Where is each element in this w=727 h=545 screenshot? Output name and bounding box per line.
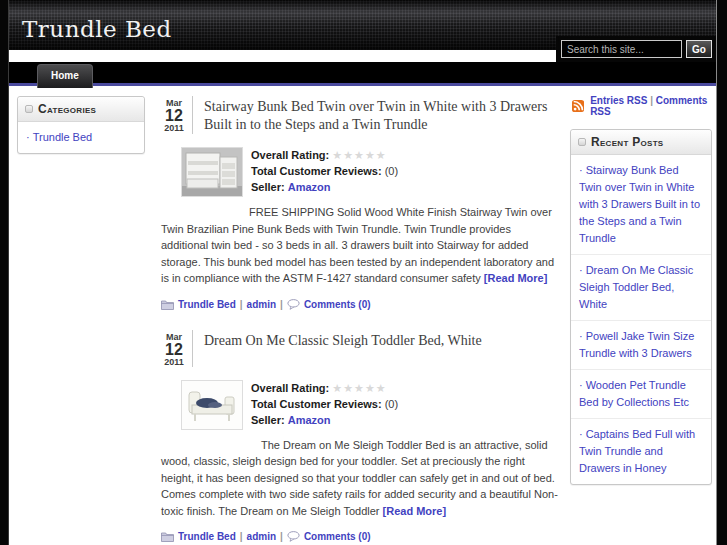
post-footer: Trundle Bed|admin | Comments (0) — [161, 531, 560, 542]
post-thumbnail-sleigh-bed[interactable] — [181, 380, 243, 430]
seller-amazon-link[interactable]: Amazon — [288, 414, 331, 426]
post-thumbnail-bunk-bed[interactable] — [181, 147, 243, 197]
post-comments-link[interactable]: Comments (0) — [304, 531, 371, 542]
recent-post-link-2[interactable]: ·Dream On Me Classic Sleigh Toddler Bed,… — [571, 254, 711, 320]
post-title-link[interactable]: Dream On Me Classic Sleigh Toddler Bed, … — [204, 330, 482, 367]
main-nav: Home — [9, 62, 716, 86]
categories-header: Categories — [18, 97, 144, 122]
search-input[interactable] — [561, 40, 682, 58]
categories-box: Categories ·Trundle Bed — [17, 96, 145, 154]
post-excerpt: The Dream on Me Sleigh Toddler Bed is an… — [161, 437, 560, 520]
recent-post-link-3[interactable]: ·Powell Jake Twin Size Trundle with 3 Dr… — [571, 320, 711, 369]
site-header: Trundle Bed Go — [9, 0, 716, 50]
rating-stars-icon: ★★★★★ — [332, 382, 386, 394]
recent-post-link-4[interactable]: ·Wooden Pet Trundle Bed by Collections E… — [571, 369, 711, 418]
recent-posts-title: Recent Posts — [591, 135, 664, 149]
read-more-link[interactable]: [Read More] — [383, 505, 447, 517]
categories-title: Categories — [38, 102, 96, 116]
page-frame: Trundle Bed Go Home Categories ·Trundle … — [8, 0, 717, 545]
sleigh-bed-image — [182, 381, 242, 429]
post-author-link[interactable]: admin — [247, 299, 276, 310]
rss-links-row: Entries RSS | Comments RSS — [572, 95, 712, 117]
post-date: Mar 12 2011 — [161, 330, 193, 367]
folder-icon — [161, 299, 174, 310]
folder-icon — [161, 531, 174, 542]
post-meta-lines: Overall Rating: ★★★★★ Total Customer Rev… — [251, 147, 398, 197]
post-1: Mar 12 2011 Stairway Bunk Bed Twin over … — [161, 96, 560, 310]
recent-posts-header: Recent Posts — [571, 130, 711, 155]
right-sidebar: Entries RSS | Comments RSS Recent Posts … — [566, 86, 716, 545]
post-2: Mar 12 2011 Dream On Me Classic Sleigh T… — [161, 330, 560, 543]
rss-icon[interactable] — [572, 99, 584, 113]
post-title-link[interactable]: Stairway Bunk Bed Twin over Twin in Whit… — [204, 96, 560, 134]
post-excerpt: FREE SHIPPING Solid Wood White Finish St… — [161, 204, 560, 287]
category-link-trundle-bed[interactable]: ·Trundle Bed — [18, 122, 144, 153]
recent-posts-box: Recent Posts ·Stairway Bunk Bed Twin ove… — [570, 129, 712, 485]
post-comments-link[interactable]: Comments (0) — [304, 299, 371, 310]
box-bullet-icon — [25, 105, 33, 113]
post-category-link[interactable]: Trundle Bed — [178, 299, 236, 310]
post-meta-lines: Overall Rating: ★★★★★ Total Customer Rev… — [251, 380, 398, 430]
rating-stars-icon: ★★★★★ — [332, 149, 386, 161]
search-go-button[interactable]: Go — [686, 40, 712, 58]
nav-tab-home[interactable]: Home — [37, 64, 93, 88]
list-bullet: · — [26, 131, 30, 143]
search-bar: Go — [556, 36, 716, 62]
bunk-bed-image — [182, 148, 242, 196]
comments-bubble-icon — [287, 531, 300, 542]
box-bullet-icon — [578, 138, 586, 146]
site-title[interactable]: Trundle Bed — [22, 16, 172, 42]
post-author-link[interactable]: admin — [247, 531, 276, 542]
post-date: Mar 12 2011 — [161, 96, 193, 134]
post-footer: Trundle Bed|admin | Comments (0) — [161, 299, 560, 310]
entries-rss-link[interactable]: Entries RSS — [590, 95, 647, 106]
main-column: Mar 12 2011 Stairway Bunk Bed Twin over … — [149, 86, 566, 545]
recent-post-link-5[interactable]: ·Captains Bed Full with Twin Trundle and… — [571, 418, 711, 484]
recent-post-link-1[interactable]: ·Stairway Bunk Bed Twin over Twin in Whi… — [571, 155, 711, 254]
left-sidebar: Categories ·Trundle Bed — [9, 86, 149, 545]
post-category-link[interactable]: Trundle Bed — [178, 531, 236, 542]
read-more-link[interactable]: [Read More] — [484, 272, 548, 284]
comments-bubble-icon — [287, 299, 300, 310]
seller-amazon-link[interactable]: Amazon — [288, 181, 331, 193]
content-area: Categories ·Trundle Bed Mar 12 2011 Stai… — [9, 86, 716, 545]
